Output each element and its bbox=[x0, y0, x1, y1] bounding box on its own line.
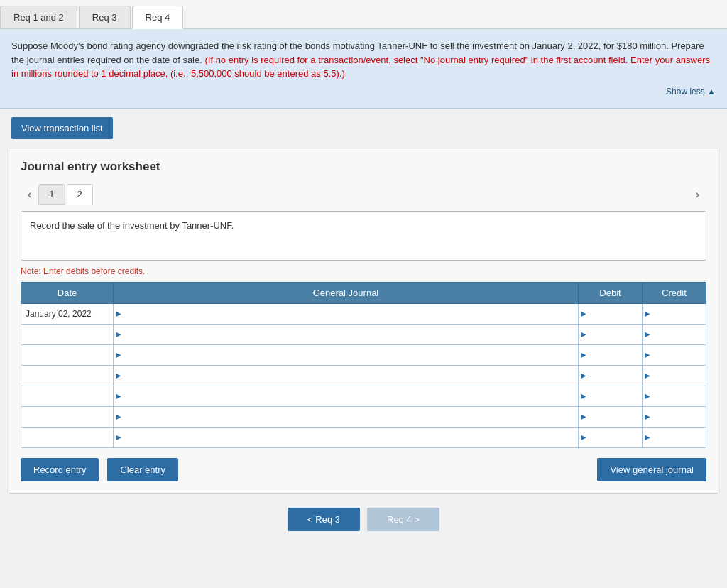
credit-cell[interactable]: ▶ bbox=[643, 303, 706, 324]
table-row: January 02, 2022▶▶▶ bbox=[21, 303, 706, 324]
table-row: ▶▶▶ bbox=[21, 344, 706, 365]
credit-arrow-icon: ▶ bbox=[643, 310, 652, 317]
date-cell bbox=[21, 406, 114, 427]
note-description-text: Record the sale of the investment by Tan… bbox=[30, 220, 234, 231]
clear-entry-button[interactable]: Clear entry bbox=[107, 458, 178, 481]
general-journal-cell[interactable]: ▶ bbox=[114, 386, 579, 406]
journal-input[interactable] bbox=[124, 428, 578, 447]
tab-req-4[interactable]: Req 4 bbox=[132, 6, 184, 29]
debit-cell[interactable]: ▶ bbox=[579, 303, 643, 324]
journal-input[interactable] bbox=[124, 366, 578, 386]
date-cell bbox=[21, 324, 114, 344]
bottom-prev-button[interactable]: < Req 3 bbox=[288, 508, 360, 531]
table-row: ▶▶▶ bbox=[21, 324, 706, 344]
credit-cell[interactable]: ▶ bbox=[643, 427, 706, 447]
general-journal-cell[interactable]: ▶ bbox=[114, 406, 579, 427]
journal-arrow-icon: ▶ bbox=[114, 310, 124, 317]
debit-arrow-icon: ▶ bbox=[579, 392, 589, 400]
credit-arrow-icon: ▶ bbox=[643, 392, 652, 400]
credit-input[interactable] bbox=[652, 386, 706, 406]
col-header-date: Date bbox=[21, 282, 114, 303]
credit-input[interactable] bbox=[652, 407, 706, 427]
general-journal-cell[interactable]: ▶ bbox=[114, 344, 579, 365]
journal-input[interactable] bbox=[124, 345, 578, 365]
general-journal-cell[interactable]: ▶ bbox=[114, 303, 579, 324]
journal-arrow-icon: ▶ bbox=[114, 433, 124, 441]
view-transaction-list-button[interactable]: View transaction list bbox=[11, 117, 113, 139]
debit-arrow-icon: ▶ bbox=[579, 330, 589, 338]
debit-arrow-icon: ▶ bbox=[579, 351, 589, 359]
credit-input[interactable] bbox=[652, 366, 706, 386]
credit-cell[interactable]: ▶ bbox=[643, 406, 706, 427]
inner-tab-2[interactable]: 2 bbox=[67, 184, 93, 205]
general-journal-cell[interactable]: ▶ bbox=[114, 427, 579, 447]
date-cell: January 02, 2022 bbox=[21, 303, 114, 324]
bottom-nav: < Req 3 Req 4 > bbox=[0, 508, 727, 531]
journal-arrow-icon: ▶ bbox=[114, 413, 124, 420]
credit-cell[interactable]: ▶ bbox=[643, 365, 706, 386]
journal-input[interactable] bbox=[124, 325, 578, 344]
journal-table: Date General Journal Debit Credit Januar… bbox=[21, 282, 706, 448]
debit-arrow-icon: ▶ bbox=[579, 371, 589, 379]
debit-input[interactable] bbox=[589, 386, 642, 406]
inner-tab-1[interactable]: 1 bbox=[38, 184, 65, 205]
credit-arrow-icon: ▶ bbox=[643, 413, 652, 420]
credit-cell[interactable]: ▶ bbox=[643, 344, 706, 365]
general-journal-cell[interactable]: ▶ bbox=[114, 324, 579, 344]
record-entry-button[interactable]: Record entry bbox=[21, 458, 99, 481]
debit-input[interactable] bbox=[589, 366, 642, 386]
debit-cell[interactable]: ▶ bbox=[579, 386, 643, 406]
journal-input[interactable] bbox=[124, 304, 578, 324]
debit-cell[interactable]: ▶ bbox=[579, 324, 643, 344]
credit-input[interactable] bbox=[652, 428, 706, 447]
credit-cell[interactable]: ▶ bbox=[643, 324, 706, 344]
table-row: ▶▶▶ bbox=[21, 427, 706, 447]
credit-arrow-icon: ▶ bbox=[643, 371, 652, 379]
journal-arrow-icon: ▶ bbox=[114, 351, 124, 359]
date-cell bbox=[21, 365, 114, 386]
debit-input[interactable] bbox=[589, 304, 642, 324]
worksheet-card: Journal entry worksheet ‹ 1 2 › Record t… bbox=[9, 148, 718, 494]
inner-tabs-container: ‹ 1 2 › bbox=[21, 184, 706, 205]
debit-cell[interactable]: ▶ bbox=[579, 427, 643, 447]
journal-input[interactable] bbox=[124, 386, 578, 406]
debit-input[interactable] bbox=[589, 345, 642, 365]
credit-cell[interactable]: ▶ bbox=[643, 386, 706, 406]
col-header-debit: Debit bbox=[579, 282, 643, 303]
table-row: ▶▶▶ bbox=[21, 365, 706, 386]
general-journal-cell[interactable]: ▶ bbox=[114, 365, 579, 386]
instructions-panel: Suppose Moody's bond rating agency downg… bbox=[0, 29, 727, 109]
debit-input[interactable] bbox=[589, 407, 642, 427]
credit-input[interactable] bbox=[652, 325, 706, 344]
date-cell bbox=[21, 344, 114, 365]
col-header-general-journal: General Journal bbox=[114, 282, 579, 303]
note-description-box: Record the sale of the investment by Tan… bbox=[21, 211, 706, 261]
debit-arrow-icon: ▶ bbox=[579, 413, 589, 420]
debit-cell[interactable]: ▶ bbox=[579, 344, 643, 365]
top-tabs-container: Req 1 and 2 Req 3 Req 4 bbox=[0, 0, 727, 29]
tab-req-3[interactable]: Req 3 bbox=[79, 6, 131, 28]
date-cell bbox=[21, 386, 114, 406]
action-buttons-row: Record entry Clear entry View general jo… bbox=[21, 458, 706, 481]
debit-input[interactable] bbox=[589, 428, 642, 447]
journal-arrow-icon: ▶ bbox=[114, 371, 124, 379]
debit-arrow-icon: ▶ bbox=[579, 310, 589, 317]
journal-arrow-icon: ▶ bbox=[114, 392, 124, 400]
debit-cell[interactable]: ▶ bbox=[579, 365, 643, 386]
note-label: Note: Enter debits before credits. bbox=[21, 266, 706, 276]
credit-arrow-icon: ▶ bbox=[643, 351, 652, 359]
credit-input[interactable] bbox=[652, 304, 706, 324]
tab-req-1-and-2[interactable]: Req 1 and 2 bbox=[0, 6, 77, 28]
date-cell bbox=[21, 427, 114, 447]
debit-input[interactable] bbox=[589, 325, 642, 344]
credit-arrow-icon: ▶ bbox=[643, 330, 652, 338]
credit-input[interactable] bbox=[652, 345, 706, 365]
next-worksheet-tab[interactable]: › bbox=[689, 184, 706, 205]
debit-cell[interactable]: ▶ bbox=[579, 406, 643, 427]
prev-worksheet-tab[interactable]: ‹ bbox=[21, 184, 38, 205]
view-general-journal-button[interactable]: View general journal bbox=[597, 458, 706, 481]
journal-arrow-icon: ▶ bbox=[114, 330, 124, 338]
journal-input[interactable] bbox=[124, 407, 578, 427]
show-less-link[interactable]: Show less ▲ bbox=[11, 85, 716, 98]
bottom-next-button: Req 4 > bbox=[367, 508, 439, 531]
